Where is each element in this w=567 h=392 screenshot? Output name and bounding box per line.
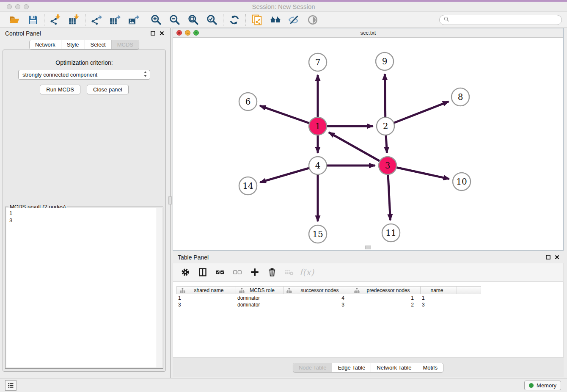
zoom-window-icon[interactable] — [24, 4, 29, 9]
table-tab-network-table[interactable]: Network Table — [371, 363, 417, 372]
zoom-in-icon[interactable] — [151, 14, 162, 25]
deselect-all-columns-icon[interactable] — [232, 267, 242, 277]
graph-node-6[interactable]: 6 — [239, 93, 257, 110]
cell-name[interactable]: 1 — [420, 295, 457, 301]
maximize-network-icon[interactable]: + — [193, 30, 199, 36]
column-header-successor-nodes[interactable]: successor nodes — [284, 287, 351, 294]
table-row[interactable]: 1dominator411 — [176, 295, 481, 301]
column-header-mcds-role[interactable]: MCDS role — [236, 287, 284, 294]
graph-node-11[interactable]: 11 — [382, 224, 400, 242]
import-table-icon[interactable] — [69, 14, 80, 25]
memory-status-icon — [529, 383, 534, 388]
search-box[interactable] — [439, 15, 562, 25]
minimize-network-icon[interactable]: – — [185, 30, 190, 36]
node-table[interactable]: shared nameMCDS rolesuccessor nodesprede… — [173, 282, 564, 358]
delete-row-icon[interactable] — [267, 267, 277, 277]
task-history-button[interactable] — [5, 380, 17, 391]
add-row-icon[interactable] — [250, 267, 260, 277]
clone-network-icon[interactable] — [251, 14, 262, 25]
close-network-icon[interactable]: × — [176, 30, 182, 36]
float-panel-icon[interactable] — [150, 30, 155, 36]
svg-text:6: 6 — [245, 97, 251, 107]
criterion-select[interactable]: strongly connected component — [18, 70, 150, 80]
tab-network[interactable]: Network — [30, 40, 61, 49]
graph-node-9[interactable]: 9 — [376, 52, 394, 70]
cell-mcds-role[interactable]: dominator — [236, 295, 283, 301]
close-panel-icon[interactable] — [159, 30, 164, 36]
graph-node-7[interactable]: 7 — [309, 53, 327, 71]
show-columns-icon[interactable] — [198, 267, 208, 277]
tab-style[interactable]: Style — [61, 40, 85, 49]
tab-mcds[interactable]: MCDS — [111, 40, 139, 49]
memory-button[interactable]: Memory — [524, 381, 561, 390]
graph-node-8[interactable]: 8 — [451, 88, 469, 106]
export-table-icon[interactable] — [110, 14, 121, 25]
import-network-icon[interactable] — [50, 14, 61, 25]
graph-node-15[interactable]: 15 — [309, 225, 327, 243]
zoom-selected-icon[interactable] — [206, 14, 217, 25]
cell-predecessor-nodes[interactable]: 2 — [351, 302, 420, 308]
settings-icon[interactable] — [180, 267, 190, 277]
column-header-predecessor-nodes[interactable]: predecessor nodes — [351, 287, 421, 294]
float-table-panel-icon[interactable] — [545, 254, 550, 259]
edge-3-1[interactable] — [329, 133, 388, 166]
graph-node-1[interactable]: 1 — [309, 117, 327, 135]
svg-text:1: 1 — [315, 121, 321, 131]
cell-shared-name[interactable]: 1 — [176, 295, 236, 301]
open-icon[interactable] — [9, 14, 20, 25]
table-panel-title: Table Panel — [178, 254, 209, 261]
edge-3-10[interactable] — [388, 166, 449, 179]
network-resize-grip[interactable] — [365, 246, 371, 249]
zoom-fit-icon[interactable] — [188, 14, 199, 25]
table-tab-edge-table[interactable]: Edge Table — [332, 363, 371, 372]
graph-node-14[interactable]: 14 — [239, 177, 257, 195]
network-window-titlebar[interactable]: × – + scc.txt — [173, 28, 563, 38]
control-panel-tabs: NetworkStyleSelectMCDS — [0, 40, 168, 50]
minimize-window-icon[interactable] — [15, 4, 20, 9]
refresh-icon[interactable] — [229, 14, 240, 25]
mcds-result-text[interactable]: 13 — [6, 208, 162, 367]
criterion-value: strongly connected component — [22, 72, 143, 78]
graph-node-4[interactable]: 4 — [309, 157, 327, 174]
optimization-criterion-label: Optimization criterion: — [3, 59, 165, 66]
svg-text:3: 3 — [385, 160, 391, 171]
run-mcds-button[interactable]: Run MCDS — [40, 85, 80, 94]
network-canvas[interactable]: 1234678910111415 — [173, 38, 563, 250]
cell-mcds-role[interactable]: dominator — [236, 302, 283, 308]
save-icon[interactable] — [28, 14, 39, 25]
column-header-name[interactable]: name — [421, 287, 457, 294]
result-scrollbar[interactable] — [157, 208, 162, 367]
column-header-label: MCDS role — [246, 287, 281, 293]
graph-node-3[interactable]: 3 — [379, 157, 396, 174]
panel-divider[interactable] — [168, 28, 173, 378]
cell-shared-name[interactable]: 3 — [176, 302, 236, 308]
graph-node-10[interactable]: 10 — [453, 173, 471, 190]
column-header-label: predecessor nodes — [361, 287, 418, 293]
hide-details-icon[interactable] — [289, 14, 300, 25]
divider-grip[interactable] — [168, 196, 172, 204]
column-header-shared-name[interactable]: shared name — [177, 287, 236, 294]
cell-successor-nodes[interactable]: 3 — [283, 302, 351, 308]
graph-node-2[interactable]: 2 — [377, 117, 394, 135]
export-network-icon[interactable] — [91, 14, 102, 25]
close-table-panel-icon[interactable] — [554, 254, 559, 259]
select-all-columns-icon[interactable] — [215, 267, 225, 277]
cell-name[interactable]: 3 — [420, 302, 457, 308]
svg-text:14: 14 — [242, 181, 253, 191]
status-bar: Memory — [0, 378, 567, 392]
export-image-icon[interactable] — [128, 14, 139, 25]
table-row[interactable]: 3dominator323 — [176, 301, 481, 308]
close-window-icon[interactable] — [7, 4, 12, 9]
table-tab-node-table[interactable]: Node Table — [293, 363, 332, 372]
svg-text:9: 9 — [382, 56, 388, 66]
close-panel-button[interactable]: Close panel — [87, 85, 129, 94]
search-input[interactable] — [452, 17, 558, 23]
zoom-out-icon[interactable] — [169, 14, 180, 25]
table-tab-motifs[interactable]: Motifs — [417, 363, 443, 372]
show-graphics-icon[interactable] — [307, 14, 318, 25]
cell-successor-nodes[interactable]: 4 — [283, 295, 351, 301]
cell-predecessor-nodes[interactable]: 1 — [351, 295, 420, 301]
edge-2-8[interactable] — [385, 102, 449, 126]
tab-select[interactable]: Select — [85, 40, 111, 49]
home-icon[interactable] — [270, 14, 281, 25]
